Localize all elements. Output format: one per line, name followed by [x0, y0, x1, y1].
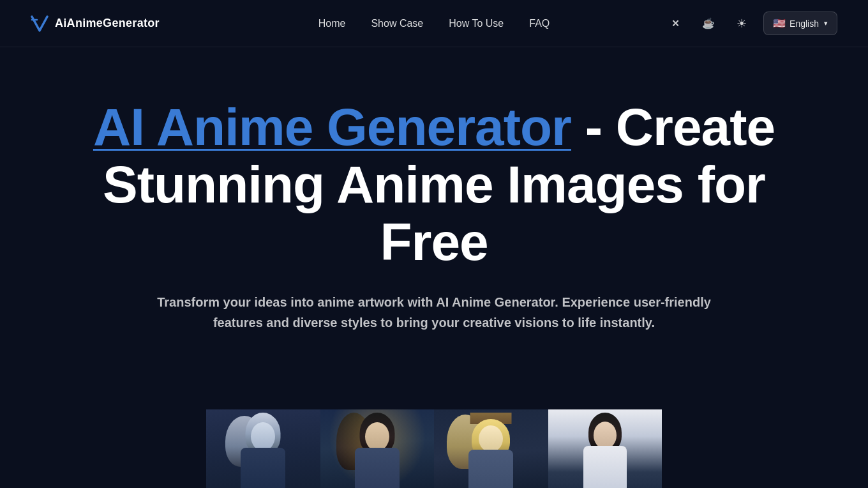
twitter-icon: ✕ — [671, 18, 680, 29]
nav-faq[interactable]: FAQ — [529, 18, 550, 29]
nav-home[interactable]: Home — [318, 18, 346, 29]
lang-label: English — [789, 19, 819, 29]
gallery-image-2 — [320, 409, 435, 488]
hero-title-separator: - — [571, 98, 616, 156]
nav-right: ✕ ☕ ☀ 🇺🇸 English ▾ — [664, 11, 837, 35]
chevron-down-icon: ▾ — [824, 19, 828, 27]
logo-text: AiAnimeGenerator — [55, 17, 160, 30]
nav-showcase[interactable]: Show Case — [371, 18, 423, 29]
hero-title: AI Anime Generator - CreateStunning Anim… — [93, 98, 775, 271]
nav-links: Home Show Case How To Use FAQ — [318, 18, 550, 29]
gallery-image-4 — [548, 409, 662, 488]
gallery-image-1 — [206, 409, 320, 488]
lang-flag: 🇺🇸 — [773, 17, 786, 29]
gallery-image-3 — [434, 409, 548, 488]
gallery-strip — [0, 409, 868, 488]
language-selector[interactable]: 🇺🇸 English ▾ — [763, 11, 837, 35]
hero-title-blue: AI Anime Generator — [93, 98, 571, 156]
logo-icon — [31, 15, 49, 32]
sun-icon: ☀ — [737, 17, 747, 31]
logo-link[interactable]: AiAnimeGenerator — [31, 15, 160, 32]
hero-subtitle: Transform your ideas into anime artwork … — [153, 292, 715, 333]
nav-how-to-use[interactable]: How To Use — [449, 18, 504, 29]
coffee-icon: ☕ — [702, 17, 715, 29]
navbar: AiAnimeGenerator Home Show Case How To U… — [0, 0, 868, 47]
gallery-images — [206, 409, 662, 488]
hero-section: AI Anime Generator - CreateStunning Anim… — [0, 47, 868, 409]
coffee-button[interactable]: ☕ — [697, 12, 720, 35]
twitter-button[interactable]: ✕ — [664, 12, 687, 35]
theme-toggle[interactable]: ☀ — [730, 12, 753, 35]
